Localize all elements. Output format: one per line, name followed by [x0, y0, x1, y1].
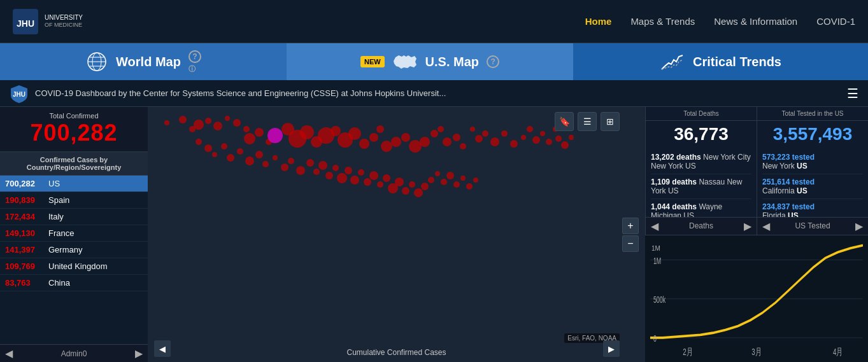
map-dot: [358, 169, 364, 176]
tested-next[interactable]: ▶: [855, 220, 863, 232]
map-dot: [470, 127, 475, 132]
chart-panel: 1M 2月 3月 4月 1M 500k 0: [645, 235, 868, 363]
map-dot: [377, 181, 383, 188]
menu-button[interactable]: ☰: [847, 86, 858, 101]
map-dot: [306, 159, 314, 167]
world-map-help[interactable]: ?: [189, 50, 201, 63]
tab-critical-trends[interactable]: Critical Trends: [573, 43, 868, 80]
left-footer-prev[interactable]: ◀: [5, 347, 13, 359]
deaths-count: 1,044 deaths: [651, 202, 697, 211]
map-dot: [521, 135, 526, 140]
country-name: China: [48, 278, 70, 288]
map-dot: [453, 181, 460, 188]
new-badge: NEW: [360, 56, 385, 67]
map-dot: [383, 174, 390, 182]
deaths-item: 13,202 deaths New York City New York US: [651, 150, 751, 174]
bookmark-tool[interactable]: 🔖: [555, 112, 574, 131]
list-tool[interactable]: ☰: [578, 112, 597, 131]
nav-covid[interactable]: COVID-1: [816, 16, 855, 27]
country-count: 109,769: [5, 261, 43, 271]
map-dot: [532, 136, 540, 144]
map-dot: [395, 178, 404, 186]
right-panels: Total Deaths 36,773 13,202 deaths New Yo…: [645, 107, 868, 362]
total-confirmed-value: 700,282: [3, 120, 145, 146]
tested-big-number: 3,557,493: [757, 121, 868, 150]
map-dot: [490, 137, 499, 146]
country-list-item[interactable]: 141,397Germany: [0, 242, 148, 258]
map-panel[interactable]: 🔖 ☰ ⊞ + − Esri, FAO, NOAA Cumulative Con…: [148, 107, 645, 362]
svg-text:4月: 4月: [833, 346, 843, 357]
map-dot: [225, 116, 230, 121]
map-dot: [350, 176, 359, 184]
map-dot: [376, 125, 384, 133]
university-label: UNIVERSITY: [45, 14, 83, 22]
map-dot: [325, 172, 333, 179]
tested-location: Florida US: [762, 211, 799, 217]
zoom-in-button[interactable]: +: [622, 218, 639, 234]
country-name: Italy: [48, 212, 64, 221]
map-dot: [527, 126, 533, 132]
map-dot: [561, 141, 569, 149]
country-name: Spain: [48, 195, 69, 205]
deaths-prev[interactable]: ◀: [651, 220, 658, 232]
country-list-item[interactable]: 83,763China: [0, 275, 148, 291]
zoom-out-button[interactable]: −: [622, 235, 639, 252]
map-dot: [501, 130, 508, 137]
country-list-item[interactable]: 149,130France: [0, 225, 148, 242]
map-dot: [364, 178, 371, 186]
map-dot: [345, 167, 352, 174]
map-dot: [510, 140, 518, 148]
deaths-next[interactable]: ▶: [744, 220, 751, 232]
country-list-item[interactable]: 190,839Spain: [0, 192, 148, 209]
country-list-item[interactable]: 700,282US: [0, 176, 148, 192]
tested-item: 573,223 testedNew York US: [762, 150, 863, 174]
grid-tool[interactable]: ⊞: [601, 112, 620, 131]
left-footer: ◀ Admin0 ▶: [0, 344, 148, 362]
medicine-label: OF MEDICINE: [45, 22, 83, 29]
map-toolbar: 🔖 ☰ ⊞: [555, 112, 620, 131]
map-dot: [296, 166, 305, 175]
country-count: 700,282: [5, 179, 43, 188]
country-list-item[interactable]: 172,434Italy: [0, 209, 148, 225]
svg-text:1M: 1M: [653, 256, 661, 265]
map-dot: [205, 118, 211, 124]
map-dot: [441, 179, 447, 185]
tested-item: 234,837 testedFlorida US: [762, 199, 863, 217]
tested-footer: ◀ US Tested ▶: [757, 217, 868, 235]
map-dot: [438, 126, 444, 132]
country-list-item[interactable]: 109,769United Kingdom: [0, 258, 148, 275]
map-dot: [244, 133, 255, 144]
nav-news-info[interactable]: News & Information: [714, 16, 797, 27]
left-panel: Total Confirmed 700,282 Confirmed Cases …: [0, 107, 148, 362]
map-dot: [237, 148, 243, 155]
confirmed-cases-header: Confirmed Cases by Country/Region/Sovere…: [0, 152, 148, 176]
map-dot: [245, 157, 254, 165]
map-dot: [460, 176, 466, 181]
map-dot: [337, 173, 347, 183]
country-name: Germany: [48, 245, 82, 254]
total-confirmed-label: Total Confirmed: [3, 112, 145, 120]
map-dot: [212, 152, 217, 157]
left-footer-next[interactable]: ▶: [135, 347, 143, 359]
nav-maps-trends[interactable]: Maps & Trends: [630, 16, 695, 27]
map-dot: [196, 139, 202, 145]
svg-text:3月: 3月: [751, 346, 761, 357]
tab-us-map[interactable]: NEW U.S. Map ?: [287, 43, 573, 80]
map-dot: [475, 135, 483, 143]
map-dot: [555, 136, 562, 142]
nav-home[interactable]: Home: [585, 16, 612, 27]
map-dot: [409, 181, 415, 188]
tested-footer-label: US Tested: [795, 221, 830, 230]
world-map-label: World Map: [116, 55, 181, 69]
map-prev-button[interactable]: ◀: [154, 340, 171, 357]
deaths-panel: Total Deaths 36,773 13,202 deaths New Yo…: [645, 107, 757, 235]
us-map-help[interactable]: ?: [487, 55, 499, 68]
tested-prev[interactable]: ◀: [762, 220, 770, 232]
jhu-logo: JHU: [13, 9, 38, 34]
tab-world-map[interactable]: World Map ? ⓘ: [0, 43, 287, 80]
map-dot: [281, 164, 288, 171]
map-next-button[interactable]: ▶: [603, 340, 620, 357]
world-map-info[interactable]: ⓘ: [189, 64, 201, 74]
map-dot: [255, 151, 263, 158]
nav-bar: JHU UNIVERSITY OF MEDICINE Home Maps & T…: [0, 0, 868, 43]
